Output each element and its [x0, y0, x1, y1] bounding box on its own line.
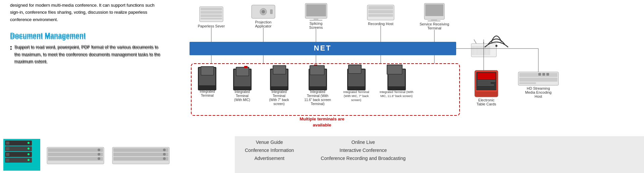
svg-rect-143: [48, 153, 103, 156]
svg-point-138: [28, 148, 30, 150]
svg-rect-118: [538, 73, 541, 76]
svg-rect-62: [201, 67, 213, 75]
doc-management-heading: Document Management: [10, 31, 161, 39]
text-overlay: designed for modern multi-media conferen…: [10, 2, 161, 65]
svg-text:Integrated: Integrated: [234, 90, 250, 94]
svg-rect-144: [48, 157, 103, 161]
svg-text:(With MIC): (With MIC): [234, 98, 250, 102]
multiple-terminals-text2: available: [313, 122, 331, 127]
svg-line-54: [474, 39, 476, 44]
svg-point-153: [163, 153, 166, 156]
footer-text-area: Venue Guide Conference Information Adver…: [235, 136, 644, 173]
svg-rect-151: [113, 157, 168, 161]
svg-rect-110: [477, 84, 494, 86]
svg-point-152: [163, 149, 166, 151]
bullet-symbol: •: [10, 43, 12, 51]
net-label: NET: [314, 44, 332, 52]
svg-rect-76: [273, 66, 285, 74]
footer-server-2: [111, 141, 171, 169]
projection-applicator-device: Projection Applicator: [252, 5, 275, 42]
service-receiving-terminal-device: Service Receiving Terminal: [420, 3, 449, 42]
intro-paragraph: designed for modern multi-media conferen…: [10, 2, 161, 23]
splicing-screens-device: Splicing Screens: [305, 3, 327, 42]
electronic-table-cards: Electronic Table Cards: [475, 55, 498, 106]
svg-text:Integrated: Integrated: [271, 90, 286, 94]
svg-text:Service Receiving: Service Receiving: [420, 22, 449, 26]
svg-rect-133: [6, 142, 9, 145]
footer-image-area: [0, 136, 235, 173]
footer-col-2: Online Live Interactive Conference Confe…: [321, 140, 406, 170]
svg-text:Paperless Sever: Paperless Sever: [198, 24, 225, 28]
svg-text:Screens: Screens: [309, 25, 323, 29]
svg-point-57: [495, 45, 497, 47]
svg-text:Electronic: Electronic: [478, 98, 495, 102]
svg-point-9: [262, 10, 265, 13]
svg-rect-119: [542, 73, 545, 76]
svg-rect-15: [306, 4, 326, 16]
footer-link-online-live[interactable]: Online Live: [321, 140, 406, 145]
svg-point-147: [98, 157, 100, 160]
footer-link-interactive[interactable]: Interactive Conference: [321, 148, 406, 153]
svg-rect-116: [519, 78, 557, 82]
svg-text:Terminal (With: Terminal (With: [307, 94, 328, 98]
svg-text:Integrated: Integrated: [200, 90, 215, 93]
svg-text:Host: Host: [535, 94, 542, 98]
svg-rect-68: [236, 68, 249, 76]
svg-text:screen): screen): [351, 98, 361, 102]
svg-text:Applicator: Applicator: [255, 24, 272, 28]
terminal-2-mic: Integrated Terminal (With MIC): [233, 66, 252, 102]
svg-point-137: [28, 142, 30, 144]
svg-rect-85: [310, 66, 324, 75]
hd-streaming-encoder: HD Streaming Media Encoding Host: [518, 55, 558, 98]
svg-rect-23: [368, 10, 393, 13]
cyan-icon-block: [3, 139, 40, 171]
svg-text:screen): screen): [273, 102, 284, 106]
svg-text:Table Cards: Table Cards: [477, 102, 496, 106]
svg-text:Terminal: Terminal: [273, 94, 285, 98]
svg-point-139: [28, 153, 30, 155]
svg-text:HD Streaming: HD Streaming: [527, 86, 550, 90]
svg-rect-17: [310, 20, 322, 21]
svg-rect-2: [201, 11, 222, 14]
svg-text:(With MIC, 7" back: (With MIC, 7" back: [344, 94, 369, 98]
footer-bar: Venue Guide Conference Information Adver…: [0, 136, 644, 173]
svg-rect-150: [113, 153, 168, 156]
svg-text:Terminal: Terminal: [427, 26, 441, 30]
svg-rect-109: [477, 82, 491, 84]
svg-point-154: [163, 157, 166, 160]
svg-rect-136: [6, 159, 9, 162]
svg-text:MIC, 11.6" back screen): MIC, 11.6" back screen): [380, 94, 413, 98]
footer-link-conf-info[interactable]: Conference Information: [245, 148, 294, 153]
svg-point-146: [98, 153, 100, 156]
svg-rect-117: [519, 82, 536, 84]
svg-rect-30: [428, 20, 440, 21]
intro-text: designed for modern multi-media conferen…: [10, 3, 155, 22]
footer-col-1: Venue Guide Conference Information Adver…: [245, 140, 294, 170]
terminal-6-mic-116: Integrated Terminal (With MIC, 11.6" bac…: [380, 65, 413, 98]
diagram-svg: Paperless Sever Projection Applicator: [190, 0, 642, 141]
footer-link-advert[interactable]: Advertisement: [245, 156, 294, 161]
recording-host-device: Recording Host: [367, 5, 394, 42]
svg-rect-135: [6, 153, 9, 156]
svg-rect-134: [6, 147, 9, 150]
svg-text:Terminal: Terminal: [236, 94, 249, 98]
svg-text:Projection: Projection: [255, 20, 272, 24]
svg-rect-120: [546, 73, 549, 76]
svg-rect-22: [368, 6, 393, 9]
svg-rect-108: [477, 80, 495, 82]
bullet-row: • Support to read word, powerpoint, PDF …: [10, 43, 161, 65]
footer-link-venue[interactable]: Venue Guide: [245, 140, 294, 145]
svg-text:Media Encoding: Media Encoding: [525, 90, 552, 94]
svg-rect-1: [201, 8, 222, 10]
footer-server-1: [45, 141, 106, 169]
footer-link-recording[interactable]: Conference Recording and Broadcasting: [321, 156, 406, 161]
svg-rect-4: [201, 18, 222, 19]
multiple-terminals-text: Multiple terminals are: [300, 116, 344, 121]
terminal-4-116inch: Integrated Terminal (With 11.6" back scr…: [304, 65, 331, 106]
svg-rect-69: [244, 66, 248, 68]
svg-rect-10: [270, 9, 273, 14]
svg-text:Terminal: Terminal: [201, 94, 214, 97]
svg-rect-149: [113, 148, 168, 152]
diagram-area: Paperless Sever Projection Applicator: [190, 0, 642, 141]
svg-text:11.6" back screen: 11.6" back screen: [304, 98, 331, 102]
